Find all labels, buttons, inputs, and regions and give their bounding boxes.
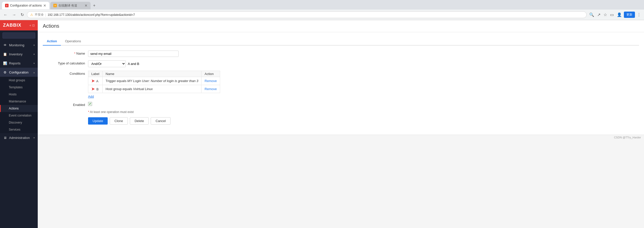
delete-button[interactable]: Delete	[130, 117, 149, 125]
sidebar-item-reports[interactable]: 📊 Reports ▾	[0, 59, 38, 68]
configuration-label: Configuration	[9, 70, 28, 74]
inventory-chevron: ▾	[33, 53, 35, 56]
clone-button[interactable]: Clone	[110, 117, 128, 125]
col-name: Name	[102, 71, 202, 77]
address-bar[interactable]: ⚠ 不安全 | 192.168.177.130/zabbix/actioncon…	[27, 11, 587, 18]
sidebar-item-monitoring[interactable]: 👁 Monitoring ▾	[0, 41, 38, 50]
menu-button[interactable]: ⋮	[636, 11, 642, 18]
browser-tab-inactive[interactable]: Y 在线翻译 有道 ✕	[50, 2, 91, 9]
tab-bar: Z Configuration of actions ✕ Y 在线翻译 有道 ✕…	[0, 0, 644, 10]
sidebar-subitem-host-groups[interactable]: Host groups	[0, 77, 38, 84]
sidebar-item-configuration[interactable]: ⚙ Configuration ▴	[0, 68, 38, 77]
sidebar-subitem-actions[interactable]: Actions	[0, 105, 38, 112]
logo-controls: « ⊡	[29, 24, 35, 27]
page-header: Actions	[38, 20, 644, 32]
sidebar-subitem-maintenance[interactable]: Maintenance	[0, 98, 38, 105]
conditions-table: Label Name Action ➤ A	[88, 71, 220, 93]
forward-button[interactable]: →	[11, 12, 18, 18]
app-container: ZABBIX « ⊡ 👁 Monitoring ▾ 📋 Inventory	[0, 20, 644, 228]
condition-a-arrow: ➤	[91, 79, 95, 83]
sidebar-item-inventory[interactable]: 📋 Inventory ▾	[0, 50, 38, 59]
tab-close-button[interactable]: ✕	[43, 4, 46, 8]
bookmark-button[interactable]: ☆	[602, 11, 608, 18]
condition-row-b: ➤ B Host group equals Vvirtual Linux Rem…	[88, 85, 220, 93]
enabled-label: Enabled	[43, 102, 88, 107]
type-of-calculation-description: A and B	[128, 62, 139, 66]
expand-icon[interactable]: ⊡	[32, 24, 35, 27]
monitoring-label: Monitoring	[9, 43, 24, 47]
type-of-calculation-row: Type of calculation And/Or And Or Custom…	[43, 60, 639, 67]
condition-b-arrow: ➤	[91, 87, 95, 91]
sidebar-search-input[interactable]	[3, 32, 35, 39]
add-condition-link[interactable]: Add	[88, 95, 94, 98]
footer: CSDN @TTry_Harder	[38, 135, 644, 140]
condition-a-remove-link[interactable]: Remove	[205, 79, 217, 83]
name-input[interactable]	[88, 51, 179, 57]
update-button[interactable]: Update	[88, 117, 108, 125]
reports-chevron: ▾	[33, 62, 35, 65]
monitoring-item-left: 👁 Monitoring	[3, 43, 24, 47]
search-page-button[interactable]: 🔍	[588, 11, 595, 18]
name-label: * Name	[43, 51, 88, 55]
conditions-section: Conditions Label Name Action	[43, 71, 639, 98]
condition-b-remove-link[interactable]: Remove	[205, 87, 217, 91]
browser-chrome: Z Configuration of actions ✕ Y 在线翻译 有道 ✕…	[0, 0, 644, 20]
sidebar-subitem-services[interactable]: Services	[0, 126, 38, 133]
type-of-calculation-select[interactable]: And/Or And Or Custom expression	[88, 60, 126, 67]
sidebar-subitem-discovery[interactable]: Discovery	[0, 119, 38, 126]
condition-a-name-italic: MY Login User: Number of login is greate…	[127, 79, 198, 83]
configuration-item-left: ⚙ Configuration	[3, 70, 28, 74]
type-of-calculation-label: Type of calculation	[43, 60, 88, 65]
nav-bar: ← → ↻ ⚠ 不安全 | 192.168.177.130/zabbix/act…	[0, 10, 644, 20]
enabled-control: ✓	[88, 102, 639, 106]
sidebar-item-administration[interactable]: 🖥 Administration ▾	[0, 133, 38, 142]
account-button[interactable]: 👤	[616, 11, 623, 18]
condition-row-a: ➤ A Trigger equals MY Login User: Number…	[88, 77, 220, 85]
administration-icon: 🖥	[3, 136, 7, 140]
enabled-checkbox[interactable]: ✓	[88, 102, 92, 106]
footer-attribution: CSDN @TTry_Harder	[614, 136, 641, 139]
content-area: Action Operations * Name Type of calcula…	[38, 32, 644, 135]
condition-a-label: ➤ A	[88, 77, 103, 85]
tab-action[interactable]: Action	[43, 37, 61, 46]
url-text: 192.168.177.130/zabbix/actionconf.php?fo…	[48, 13, 583, 17]
share-button[interactable]: ↗	[596, 11, 601, 18]
back-button[interactable]: ←	[2, 12, 9, 18]
condition-b-label: ➤ B	[88, 85, 103, 93]
sidebar-logo: ZABBIX « ⊡	[0, 20, 38, 30]
inventory-icon: 📋	[3, 52, 7, 56]
tab-label-2: 在线翻译 有道	[58, 4, 77, 8]
url-divider: |	[45, 13, 46, 17]
action-buttons: Update Clone Delete Cancel	[88, 117, 639, 125]
sidebar-subitem-event-correlation[interactable]: Event correlation	[0, 112, 38, 119]
administration-item-left: 🖥 Administration	[3, 136, 30, 140]
sidebar-subitem-hosts[interactable]: Hosts	[0, 91, 38, 98]
browser-nav-actions: 🔍 ↗ ☆ ▭ 👤 更新 ⋮	[588, 11, 642, 18]
validation-text: At least one operation must exist	[90, 110, 134, 114]
browser-tab-active[interactable]: Z Configuration of actions ✕	[2, 2, 49, 9]
reports-icon: 📊	[3, 61, 7, 65]
tab-label: Configuration of actions	[10, 4, 42, 7]
browser-update-button[interactable]: 更新	[624, 12, 635, 18]
administration-chevron: ▾	[33, 136, 35, 139]
condition-b-name: Host group equals Vvirtual Linux	[102, 85, 202, 93]
cancel-button[interactable]: Cancel	[151, 117, 170, 125]
refresh-button[interactable]: ↻	[19, 11, 25, 18]
inventory-label: Inventory	[9, 52, 22, 56]
condition-a-name-text: Trigger equals	[106, 79, 127, 83]
validation-message: * At least one operation must exist	[88, 110, 639, 114]
name-row: * Name	[43, 51, 639, 57]
enabled-check-mark: ✓	[89, 102, 91, 106]
collapse-icon[interactable]: «	[29, 24, 31, 27]
reading-mode-button[interactable]: ▭	[609, 11, 615, 18]
tab-close-button-2[interactable]: ✕	[85, 4, 88, 8]
condition-a-action: Remove	[202, 77, 220, 85]
page-title: Actions	[43, 23, 639, 29]
new-tab-button[interactable]: +	[92, 2, 97, 9]
tab-operations[interactable]: Operations	[61, 37, 85, 46]
condition-b-name-text: Host group equals	[106, 87, 133, 91]
reports-label: Reports	[9, 61, 21, 65]
sidebar-subitem-templates[interactable]: Templates	[0, 84, 38, 91]
monitoring-icon: 👁	[3, 43, 7, 47]
conditions-label: Conditions	[43, 71, 88, 75]
